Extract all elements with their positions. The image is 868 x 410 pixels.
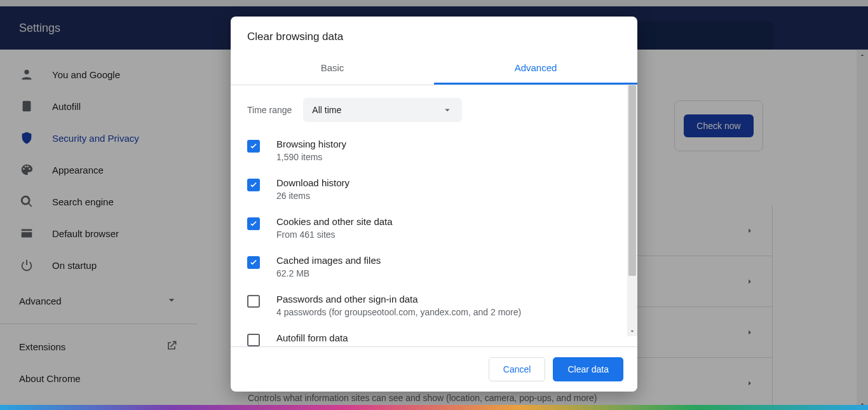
tab-advanced[interactable]: Advanced [434,53,637,85]
clear-data-button[interactable]: Clear data [553,357,623,381]
clear-data-option: Passwords and other sign-in data4 passwo… [247,294,621,317]
option-title: Cached images and files [276,255,381,266]
option-title: Cookies and other site data [276,216,393,227]
clear-data-option: Cached images and files62.2 MB [247,255,621,278]
option-subtitle: 26 items [276,191,349,201]
dialog-footer: Cancel Clear data [231,346,637,392]
option-subtitle: From 461 sites [276,229,393,240]
clear-data-option: Browsing history1,590 items [247,139,621,162]
time-range-select[interactable]: All time [303,98,462,122]
option-subtitle: 1,590 items [276,152,346,162]
scrollbar-thumb[interactable] [628,85,636,276]
option-title: Passwords and other sign-in data [276,294,521,304]
option-title: Download history [276,177,349,188]
option-title: Autofill form data [276,332,348,343]
dialog-title: Clear browsing data [231,17,637,53]
checkbox[interactable] [247,295,260,308]
time-range-label: Time range [247,105,292,115]
scroll-down-icon[interactable] [627,326,637,336]
chevron-down-icon [442,104,453,116]
checkbox[interactable] [247,334,260,346]
clear-browsing-data-dialog: Clear browsing data Basic Advanced Time … [231,17,637,392]
option-subtitle: 4 passwords (for groupseotool.com, yande… [276,307,521,317]
time-range-value: All time [312,105,341,115]
checkbox[interactable] [247,179,260,191]
clear-data-option: Download history26 items [247,177,621,201]
option-title: Browsing history [276,139,346,149]
modal-overlay: Clear browsing data Basic Advanced Time … [0,0,868,410]
checkbox[interactable] [247,140,260,153]
dialog-body: Time range All time Browsing history1,59… [231,85,637,346]
clear-data-option: Cookies and other site dataFrom 461 site… [247,216,621,240]
tab-basic[interactable]: Basic [231,53,434,85]
checkbox[interactable] [247,217,260,230]
taskbar [0,405,868,410]
cancel-button[interactable]: Cancel [489,357,546,381]
option-subtitle: 62.2 MB [276,268,381,278]
checkbox[interactable] [247,256,260,269]
dialog-scrollbar[interactable] [627,85,637,336]
dialog-tabs: Basic Advanced [231,53,637,85]
clear-data-option: Autofill form data [247,332,621,346]
